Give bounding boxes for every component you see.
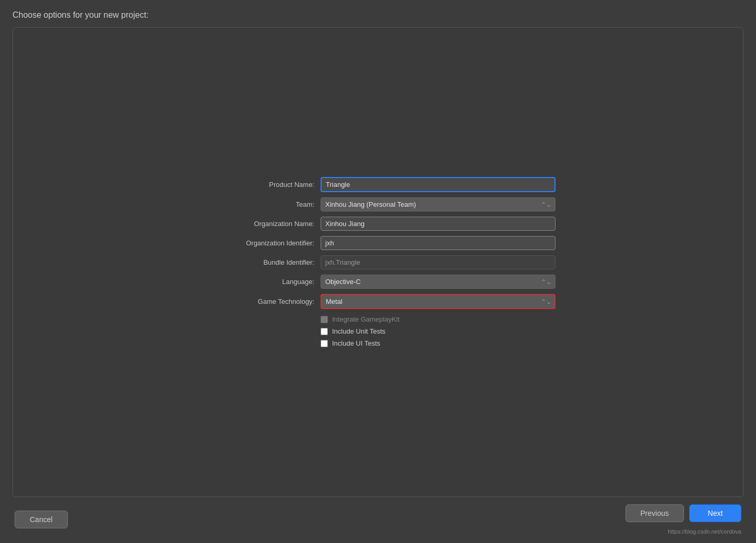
org-name-label: Organization Name:: [200, 220, 321, 228]
product-name-row: Product Name:: [200, 177, 556, 192]
product-name-control: [321, 177, 556, 192]
team-select-wrapper: Xinhou Jiang (Personal Team) Add an Acco…: [321, 197, 556, 211]
language-row: Language: Objective-C Swift ⌃⌄: [200, 275, 556, 289]
org-identifier-input[interactable]: [321, 236, 556, 250]
integrate-gameplay-checkbox[interactable]: [321, 316, 328, 323]
bottom-buttons: Previous Next: [625, 504, 741, 522]
language-select-wrapper: Objective-C Swift ⌃⌄: [321, 275, 556, 289]
include-unit-tests-row: Include Unit Tests: [321, 327, 556, 335]
team-control: Xinhou Jiang (Personal Team) Add an Acco…: [321, 197, 556, 211]
org-identifier-control: [321, 236, 556, 250]
team-select[interactable]: Xinhou Jiang (Personal Team) Add an Acco…: [321, 197, 556, 211]
org-identifier-label: Organization Identifier:: [200, 239, 321, 247]
include-ui-tests-checkbox[interactable]: [321, 340, 328, 347]
integrate-gameplay-row: Integrate GameplayKit: [321, 315, 556, 323]
game-tech-row: Game Technology: Metal SceneKit SpriteKi…: [200, 294, 556, 309]
include-ui-tests-row: Include UI Tests: [321, 339, 556, 347]
bundle-id-input: [321, 255, 556, 269]
bottom-left: Cancel: [15, 511, 68, 528]
game-tech-control: Metal SceneKit SpriteKit OpenGL ES ⌃⌄: [321, 294, 556, 309]
org-name-row: Organization Name:: [200, 217, 556, 231]
cancel-button[interactable]: Cancel: [15, 511, 68, 528]
game-tech-select-wrapper: Metal SceneKit SpriteKit OpenGL ES ⌃⌄: [321, 294, 556, 309]
team-label: Team:: [200, 200, 321, 208]
bottom-right: Previous Next https://blog.csdn.net/cord…: [625, 504, 741, 535]
product-name-label: Product Name:: [200, 181, 321, 188]
bottom-bar: Cancel Previous Next https://blog.csdn.n…: [13, 504, 743, 535]
team-row: Team: Xinhou Jiang (Personal Team) Add a…: [200, 197, 556, 211]
page-title: Choose options for your new project:: [13, 10, 743, 20]
include-unit-tests-checkbox[interactable]: [321, 328, 328, 335]
next-button[interactable]: Next: [689, 504, 741, 522]
integrate-gameplay-label: Integrate GameplayKit: [332, 315, 399, 323]
game-tech-label: Game Technology:: [200, 298, 321, 305]
language-label: Language:: [200, 278, 321, 286]
bundle-id-row: Bundle Identifier:: [200, 255, 556, 269]
language-select[interactable]: Objective-C Swift: [321, 275, 556, 289]
bundle-id-label: Bundle Identifier:: [200, 258, 321, 266]
previous-button[interactable]: Previous: [625, 504, 684, 522]
game-tech-select[interactable]: Metal SceneKit SpriteKit OpenGL ES: [321, 294, 556, 309]
url-hint: https://blog.csdn.net/cordova: [668, 528, 741, 535]
checkboxes-area: Integrate GameplayKit Include Unit Tests…: [200, 315, 556, 347]
bundle-id-control: [321, 255, 556, 269]
org-name-input[interactable]: [321, 217, 556, 231]
language-control: Objective-C Swift ⌃⌄: [321, 275, 556, 289]
include-unit-tests-label: Include Unit Tests: [332, 327, 385, 335]
org-identifier-row: Organization Identifier:: [200, 236, 556, 250]
include-ui-tests-label: Include UI Tests: [332, 339, 380, 347]
org-name-control: [321, 217, 556, 231]
product-name-input[interactable]: [321, 177, 556, 192]
main-panel: Product Name: Team: Xinhou Jiang (Person…: [13, 27, 743, 497]
form-area: Product Name: Team: Xinhou Jiang (Person…: [200, 177, 556, 347]
